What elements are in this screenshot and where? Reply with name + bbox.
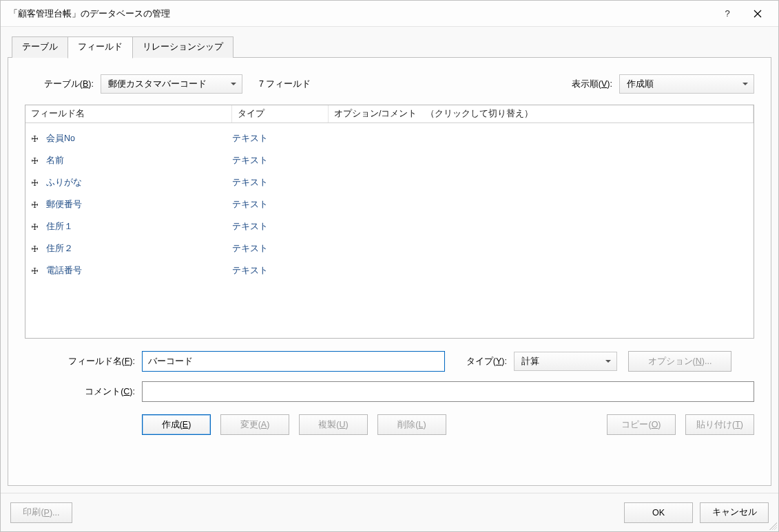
close-icon	[754, 10, 762, 18]
titlebar: 「顧客管理台帳」のデータベースの管理 ?	[1, 1, 778, 27]
tab-tables[interactable]: テーブル	[12, 36, 68, 58]
drag-handle-icon[interactable]	[25, 268, 43, 274]
type-select-value: 計算	[521, 356, 539, 368]
delete-button[interactable]: 削除(L)	[377, 414, 446, 435]
drag-handle-icon[interactable]	[25, 180, 43, 186]
field-name-cell: 郵便番号	[43, 199, 232, 211]
type-select[interactable]: 計算	[514, 352, 617, 371]
cancel-button[interactable]: キャンセル	[700, 502, 769, 523]
top-controls-row: テーブル(B): 郵便カスタマバーコード 7 フィールド 表示順(V): 作成順	[25, 74, 754, 94]
table-select[interactable]: 郵便カスタマバーコード	[101, 74, 242, 94]
field-name-cell: 名前	[43, 155, 232, 167]
create-button[interactable]: 作成(E)	[142, 414, 211, 435]
manage-database-dialog: 「顧客管理台帳」のデータベースの管理 ? テーブル フィールド リレーションシッ…	[0, 0, 779, 532]
column-header-type[interactable]: タイプ	[232, 105, 329, 123]
options-button[interactable]: オプション(N)...	[628, 351, 731, 372]
change-button[interactable]: 変更(A)	[220, 414, 289, 435]
drag-handle-icon[interactable]	[25, 224, 43, 230]
field-type-cell: テキスト	[232, 155, 329, 167]
table-row[interactable]: 名前テキスト	[25, 149, 754, 171]
table-row[interactable]: 住所１テキスト	[25, 215, 754, 237]
fields-pane: テーブル(B): 郵便カスタマバーコード 7 フィールド 表示順(V): 作成順…	[8, 57, 771, 486]
table-row[interactable]: 住所２テキスト	[25, 237, 754, 259]
tab-relationships[interactable]: リレーションシップ	[132, 36, 233, 58]
table-row[interactable]: 郵便番号テキスト	[25, 193, 754, 215]
paste-button[interactable]: 貼り付け(T)	[685, 414, 754, 435]
field-type-cell: テキスト	[232, 265, 329, 277]
listview-header: フィールド名 タイプ オプション/コメント （クリックして切り替え）	[25, 105, 754, 123]
duplicate-button[interactable]: 複製(U)	[299, 414, 368, 435]
column-header-options[interactable]: オプション/コメント （クリックして切り替え）	[329, 105, 754, 123]
order-label: 表示順(V):	[572, 78, 619, 90]
field-name-cell: 電話番号	[43, 265, 232, 277]
table-select-value: 郵便カスタマバーコード	[108, 78, 207, 90]
copy-button[interactable]: コピー(O)	[607, 414, 676, 435]
table-row[interactable]: 会員Noテキスト	[25, 127, 754, 149]
print-button[interactable]: 印刷(P)...	[10, 502, 72, 523]
type-label: タイプ(Y):	[445, 356, 514, 368]
tabstrip: テーブル フィールド リレーションシップ	[12, 36, 771, 58]
drag-handle-icon[interactable]	[25, 246, 43, 252]
field-type-cell: テキスト	[232, 221, 329, 233]
close-button[interactable]	[742, 3, 773, 24]
table-label: テーブル(B):	[25, 78, 101, 90]
order-select[interactable]: 作成順	[619, 74, 754, 94]
tab-fields[interactable]: フィールド	[67, 36, 133, 58]
column-header-name[interactable]: フィールド名	[25, 105, 232, 123]
field-name-cell: 住所１	[43, 221, 232, 233]
fieldname-input[interactable]	[142, 351, 445, 372]
field-type-cell: テキスト	[232, 177, 329, 189]
table-row[interactable]: ふりがなテキスト	[25, 171, 754, 193]
ok-button[interactable]: OK	[624, 502, 693, 523]
window-title: 「顧客管理台帳」のデータベースの管理	[9, 8, 712, 20]
field-name-cell: 住所２	[43, 243, 232, 255]
help-button[interactable]: ?	[712, 3, 742, 24]
field-type-cell: テキスト	[232, 199, 329, 211]
drag-handle-icon[interactable]	[25, 202, 43, 208]
drag-handle-icon[interactable]	[25, 158, 43, 164]
field-type-cell: テキスト	[232, 243, 329, 255]
fieldname-label: フィールド名(F):	[25, 356, 142, 368]
field-name-cell: ふりがな	[43, 177, 232, 189]
listview-body: 会員Noテキスト名前テキストふりがなテキスト郵便番号テキスト住所１テキスト住所２…	[25, 123, 754, 338]
table-row[interactable]: 電話番号テキスト	[25, 259, 754, 281]
comment-label: コメント(C):	[25, 386, 142, 398]
dialog-footer: 印刷(P)... OK キャンセル	[1, 493, 778, 531]
drag-handle-icon[interactable]	[25, 136, 43, 142]
field-name-cell: 会員No	[43, 133, 232, 145]
comment-input[interactable]	[142, 381, 754, 402]
resize-grip[interactable]	[767, 520, 777, 530]
order-select-value: 作成順	[627, 78, 654, 90]
fields-listview[interactable]: フィールド名 タイプ オプション/コメント （クリックして切り替え） 会員Noテ…	[25, 105, 754, 339]
field-count-label: 7 フィールド	[259, 78, 311, 90]
field-type-cell: テキスト	[232, 133, 329, 145]
